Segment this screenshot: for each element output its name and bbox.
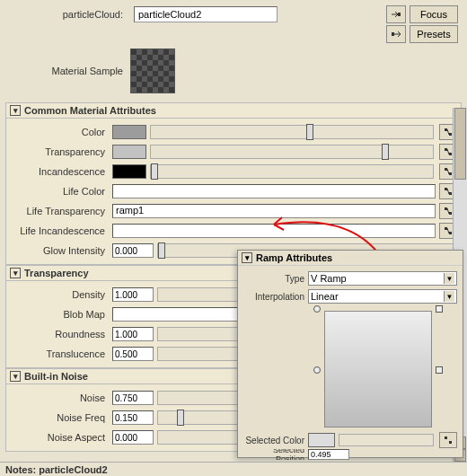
svg-rect-28 — [445, 436, 447, 439]
transparency-swatch[interactable] — [112, 145, 146, 159]
popup-header[interactable]: ▾ Ramp Attributes — [238, 251, 463, 266]
interpolation-value: Linear — [311, 291, 339, 302]
ramp-gradient[interactable] — [324, 311, 432, 428]
ramp-handle-top[interactable] — [313, 305, 321, 313]
glow-intensity-field[interactable] — [112, 243, 154, 258]
translucence-label: Translucence — [10, 348, 109, 359]
density-field[interactable] — [112, 287, 154, 302]
name-field[interactable] — [134, 6, 278, 22]
selected-color-label: Selected Color — [243, 436, 304, 445]
selected-position-label: Selected Position — [243, 449, 304, 460]
svg-rect-5 — [449, 153, 452, 155]
life-incandescence-label: Life Incandescence — [10, 225, 109, 236]
interpolation-select[interactable]: Linear ▼ — [308, 289, 457, 304]
section-common-header[interactable]: ▾ Common Material Attributes — [5, 102, 462, 119]
svg-rect-8 — [445, 188, 447, 190]
selected-position-field[interactable] — [308, 449, 349, 460]
color-slider[interactable] — [150, 125, 434, 139]
ramp-attributes-popup: ▾ Ramp Attributes Type V Ramp ▼ Interpol… — [237, 250, 463, 458]
map-button[interactable] — [439, 432, 457, 448]
svg-rect-4 — [445, 148, 447, 151]
popup-title: Ramp Attributes — [256, 252, 332, 263]
presets-button[interactable]: Presets — [410, 25, 458, 43]
svg-rect-10 — [445, 207, 447, 210]
color-label: Color — [10, 127, 109, 137]
translucence-field[interactable] — [112, 347, 154, 361]
notes-bar: Notes: particleCloud2 — [0, 462, 467, 476]
transparency-label: Transparency — [10, 146, 109, 157]
selected-color-swatch[interactable] — [308, 433, 335, 447]
svg-rect-13 — [449, 232, 452, 234]
life-color-label: Life Color — [10, 186, 109, 197]
selected-color-slider[interactable] — [339, 434, 434, 446]
focus-button[interactable]: Focus — [410, 5, 458, 23]
scrollbar-thumb[interactable] — [454, 108, 466, 180]
transparency-slider[interactable] — [150, 145, 434, 159]
name-label: particleCloud: — [9, 9, 130, 20]
input-connection-icon[interactable] — [386, 5, 406, 23]
density-label: Density — [10, 289, 109, 300]
output-connection-icon[interactable] — [386, 25, 406, 43]
life-color-field[interactable] — [112, 184, 436, 198]
roundness-label: Roundness — [10, 329, 109, 339]
blob-map-label: Blob Map — [10, 309, 109, 320]
noise-label: Noise — [10, 392, 109, 403]
svg-rect-6 — [445, 168, 447, 171]
collapse-icon[interactable]: ▾ — [242, 252, 252, 263]
svg-rect-7 — [449, 172, 452, 175]
chevron-down-icon: ▼ — [444, 291, 454, 302]
section-title: Built-in Noise — [24, 371, 88, 382]
svg-rect-1 — [392, 32, 394, 36]
ramp-type-label: Type — [243, 274, 304, 284]
incandescence-slider[interactable] — [150, 164, 434, 179]
chevron-down-icon: ▼ — [444, 273, 454, 284]
life-transparency-field[interactable]: ramp1 — [112, 204, 436, 218]
ramp-delete-icon[interactable] — [436, 366, 443, 374]
life-incandescence-field[interactable] — [112, 224, 436, 238]
svg-rect-3 — [449, 133, 452, 136]
noise-aspect-field[interactable] — [112, 430, 154, 445]
incandescence-label: Incandescence — [10, 166, 109, 177]
section-title: Transparency — [24, 268, 89, 278]
noise-field[interactable] — [112, 391, 154, 405]
ramp-type-select[interactable]: V Ramp ▼ — [308, 271, 457, 286]
material-sample-label: Material Sample — [9, 66, 130, 76]
collapse-icon[interactable]: ▾ — [10, 105, 21, 116]
svg-rect-0 — [398, 13, 401, 16]
incandescence-swatch[interactable] — [112, 164, 146, 179]
material-sample-swatch[interactable] — [130, 48, 175, 93]
ramp-handle-mid[interactable] — [313, 366, 321, 374]
noise-aspect-label: Noise Aspect — [10, 432, 109, 443]
roundness-field[interactable] — [112, 327, 154, 341]
noise-freq-label: Noise Freq — [10, 412, 109, 423]
life-transparency-label: Life Transparency — [10, 206, 109, 216]
ramp-type-value: V Ramp — [311, 273, 347, 284]
color-swatch[interactable] — [112, 125, 146, 139]
svg-rect-9 — [449, 192, 452, 195]
svg-rect-2 — [445, 128, 447, 131]
interpolation-label: Interpolation — [243, 292, 304, 302]
collapse-icon[interactable]: ▾ — [10, 268, 21, 278]
collapse-icon[interactable]: ▾ — [10, 371, 21, 382]
svg-rect-12 — [445, 227, 447, 230]
svg-rect-29 — [449, 441, 452, 444]
noise-freq-field[interactable] — [112, 410, 154, 425]
svg-rect-11 — [449, 212, 452, 215]
section-title: Common Material Attributes — [24, 105, 156, 116]
glow-intensity-label: Glow Intensity — [10, 245, 109, 256]
ramp-delete-icon[interactable] — [436, 305, 443, 313]
